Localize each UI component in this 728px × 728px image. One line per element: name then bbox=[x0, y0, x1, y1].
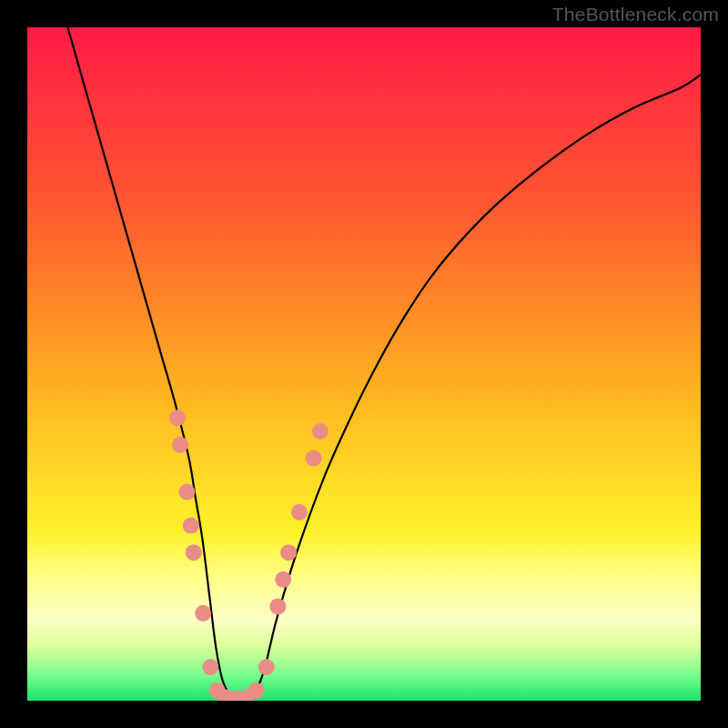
highlight-dot bbox=[312, 423, 329, 440]
highlight-dot bbox=[291, 504, 308, 521]
chart-frame: TheBottleneck.com bbox=[0, 0, 728, 728]
highlight-dot bbox=[248, 682, 265, 699]
highlight-dot bbox=[275, 571, 291, 588]
highlight-dots bbox=[169, 410, 329, 701]
highlight-dot bbox=[183, 518, 199, 534]
highlight-dot bbox=[258, 659, 275, 675]
highlight-dot bbox=[202, 659, 218, 675]
highlight-dot bbox=[280, 544, 297, 561]
highlight-dot bbox=[306, 450, 322, 467]
watermark-text: TheBottleneck.com bbox=[552, 4, 719, 25]
highlight-dot bbox=[169, 410, 186, 426]
highlight-dot bbox=[178, 484, 195, 500]
chart-svg bbox=[27, 27, 701, 701]
highlight-dot bbox=[186, 544, 202, 561]
plot-area bbox=[27, 27, 701, 701]
highlight-dot bbox=[269, 598, 286, 614]
highlight-dot bbox=[172, 437, 188, 453]
bottleneck-curve bbox=[67, 27, 701, 701]
highlight-dot bbox=[195, 605, 211, 622]
